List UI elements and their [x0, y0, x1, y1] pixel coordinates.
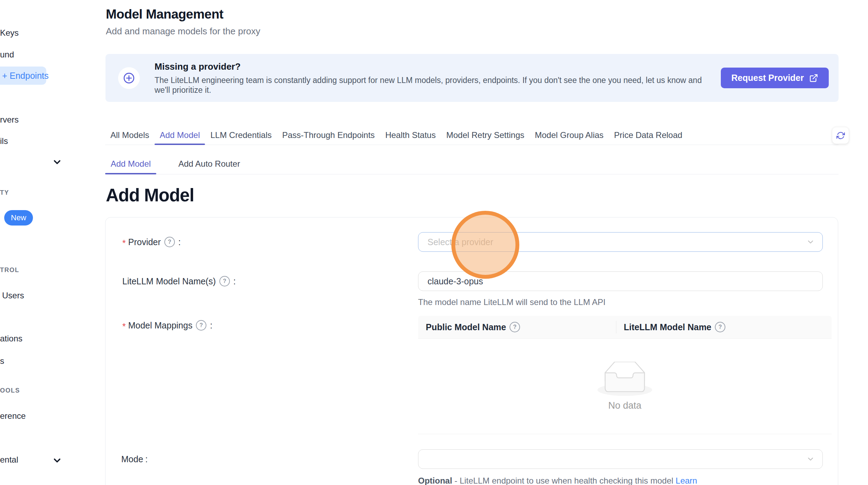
- banner-title: Missing a provider?: [155, 61, 715, 72]
- sidebar-item-label: + Endpoints: [2, 71, 49, 81]
- no-data-text: No data: [608, 400, 642, 411]
- provider-label-text: Provider: [128, 237, 161, 247]
- mode-help-text: Optional - LiteLLM endpoint to use when …: [418, 476, 697, 485]
- help-icon[interactable]: ?: [219, 276, 230, 286]
- sidebar-item-inference[interactable]: erence: [0, 411, 26, 421]
- help-icon[interactable]: ?: [510, 322, 520, 332]
- provider-select-placeholder: Select a provider: [428, 237, 493, 247]
- mode-label: Mode :: [121, 449, 148, 469]
- required-mark: *: [122, 238, 126, 248]
- help-icon[interactable]: ?: [164, 237, 175, 247]
- column-divider: [616, 321, 616, 333]
- model-mappings-label: * Model Mappings ? :: [122, 316, 212, 334]
- mode-help-rest: - LiteLLM endpoint to use when health ch…: [454, 476, 673, 485]
- sidebar-item-playground[interactable]: und: [0, 49, 14, 60]
- sidebar-item-experimental[interactable]: ental: [0, 455, 18, 465]
- request-provider-button[interactable]: Request Provider: [721, 68, 829, 88]
- help-icon[interactable]: ?: [715, 322, 725, 332]
- sidebar-item-keys[interactable]: Keys: [0, 28, 19, 38]
- request-provider-label: Request Provider: [731, 73, 804, 83]
- table-header-row: Public Model Name ? LiteLLM Model Name ?: [418, 316, 832, 339]
- sidebar-item-servers[interactable]: rvers: [0, 115, 19, 125]
- refresh-button[interactable]: [832, 127, 849, 144]
- mode-label-text: Mode: [121, 454, 143, 464]
- tab-health-status[interactable]: Health Status: [380, 125, 441, 145]
- model-mappings-table: Public Model Name ? LiteLLM Model Name ?: [418, 316, 832, 434]
- new-badge[interactable]: New: [4, 210, 33, 226]
- page-title: Model Management: [106, 7, 223, 22]
- sidebar-item-users[interactable]: Users: [2, 290, 24, 301]
- plus-circle-icon: [118, 67, 140, 89]
- mode-select[interactable]: [418, 449, 823, 469]
- required-mark: *: [122, 321, 126, 332]
- add-model-heading: Add Model: [106, 185, 194, 206]
- provider-select[interactable]: Select a provider: [418, 232, 823, 252]
- column-header-label: Public Model Name: [426, 322, 506, 332]
- tab-llm-credentials[interactable]: LLM Credentials: [205, 125, 277, 145]
- column-header-label: LiteLLM Model Name: [624, 322, 711, 332]
- subtab-add-model[interactable]: Add Model: [105, 153, 156, 174]
- add-model-card: * Provider ? : Select a provider LiteLLM…: [105, 217, 838, 485]
- tab-model-retry-settings[interactable]: Model Retry Settings: [441, 125, 529, 145]
- missing-provider-banner: Missing a provider? The LiteLLM engineer…: [105, 54, 839, 102]
- sidebar-section-label: TROL: [0, 266, 19, 274]
- label-colon: :: [233, 276, 236, 286]
- chevron-down-icon[interactable]: [52, 455, 62, 466]
- refresh-icon: [836, 131, 845, 140]
- litellm-admin-screen: Keys und + Endpoints rvers ils TY New TR…: [0, 0, 868, 485]
- sidebar-item-models-endpoints[interactable]: + Endpoints: [0, 67, 46, 85]
- banner-text: Missing a provider? The LiteLLM engineer…: [155, 61, 715, 95]
- model-name-input[interactable]: claude-3-opus: [418, 271, 823, 291]
- tab-add-model[interactable]: Add Model: [155, 125, 205, 145]
- model-name-label-text: LiteLLM Model Name(s): [122, 276, 216, 286]
- sidebar-section-label: OOLS: [0, 387, 20, 394]
- help-icon[interactable]: ?: [196, 320, 206, 331]
- learn-link[interactable]: Learn: [676, 476, 697, 485]
- sidebar-section-label: TY: [0, 189, 9, 196]
- chevron-down-icon: [806, 455, 815, 463]
- provider-label: * Provider ? :: [122, 232, 181, 252]
- model-name-help-text: The model name LiteLLM will send to the …: [418, 297, 606, 307]
- column-header-litellm-model-name: LiteLLM Model Name ?: [616, 316, 728, 338]
- model-name-value: claude-3-opus: [428, 276, 483, 286]
- model-mappings-label-text: Model Mappings: [128, 320, 192, 331]
- banner-body: The LiteLLM engineering team is constant…: [155, 75, 715, 95]
- model-tabs: All Models Add Model LLM Credentials Pas…: [105, 125, 839, 145]
- external-link-icon: [809, 74, 818, 83]
- page-subtitle: Add and manage models for the proxy: [106, 26, 260, 37]
- column-header-public-model-name: Public Model Name ?: [418, 316, 616, 338]
- tab-pass-through-endpoints[interactable]: Pass-Through Endpoints: [277, 125, 380, 145]
- subtab-add-auto-router[interactable]: Add Auto Router: [172, 153, 246, 174]
- chevron-down-icon: [806, 238, 815, 246]
- label-colon: :: [210, 320, 212, 331]
- sidebar-item-teams[interactable]: s: [0, 356, 4, 366]
- empty-inbox-icon: [597, 362, 653, 397]
- chevron-down-icon[interactable]: [52, 157, 62, 167]
- label-colon: :: [145, 454, 148, 464]
- tab-all-models[interactable]: All Models: [105, 125, 155, 145]
- table-empty-state: No data: [418, 339, 832, 434]
- sidebar-item-organizations[interactable]: ations: [0, 333, 22, 344]
- model-name-label: LiteLLM Model Name(s) ? :: [122, 271, 236, 291]
- sidebar-item-guardrails[interactable]: ils: [0, 136, 8, 146]
- tab-model-group-alias[interactable]: Model Group Alias: [529, 125, 609, 145]
- add-model-subtabs: Add Model Add Auto Router: [105, 153, 839, 174]
- mode-help-bold: Optional: [418, 476, 452, 485]
- label-colon: :: [178, 237, 181, 247]
- tab-price-data-reload[interactable]: Price Data Reload: [609, 125, 688, 145]
